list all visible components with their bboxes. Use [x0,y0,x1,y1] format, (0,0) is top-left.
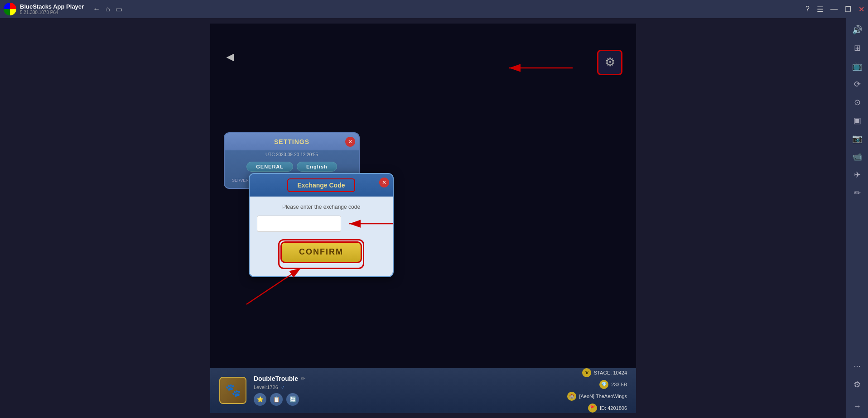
confirm-btn-highlight: CONFIRM [278,239,364,269]
window-controls: ? ☰ — ❐ ✕ [805,5,864,14]
flag-icon: 🚩 [588,404,597,413]
exchange-title-box: Exchange Code [287,178,355,192]
right-sidebar: 🔊 ⊞ 📺 ⟳ ⊙ ▣ 📷 📹 ✈ ✏ ··· ⚙ → [846,18,868,418]
user-star-button[interactable]: ⭐ [254,393,266,406]
game-screen: ◄ ⚙ SETTINGS ✕ UTC 2023-09-20 12:20:55 [210,24,636,413]
app-name: BlueStacks App Player [20,3,84,10]
user-refresh-button[interactable]: 🔄 [286,393,299,406]
settings-tabs: GENERAL English [225,159,359,174]
game-gear-button[interactable]: ⚙ [597,50,622,75]
bluestacks-logo [4,3,16,15]
sidebar-icon-video[interactable]: 📹 [849,149,865,165]
settings-utc: UTC 2023-09-20 12:20:55 [225,150,359,159]
id-label: ID: 4201806 [600,405,627,411]
settings-title-bar: SETTINGS ✕ [225,133,359,150]
sidebar-icon-camera[interactable]: 📷 [849,130,865,147]
pencil-icon: ✏ [301,375,305,382]
help-button[interactable]: ? [805,5,810,13]
exchange-close-button[interactable]: ✕ [379,178,389,187]
exchange-hint: Please enter the exchange code [257,204,386,210]
minimize-button[interactable]: — [830,5,838,13]
exchange-input-row [257,216,386,232]
sidebar-icon-tv[interactable]: 📺 [849,58,865,74]
user-icons-row: ⭐ 📋 🔄 [254,393,560,406]
stage-icon: 🗡 [582,368,591,377]
nav-tabs-button[interactable]: ▭ [116,5,122,14]
sidebar-icon-arrow[interactable]: → [849,398,865,414]
sidebar-icon-flight[interactable]: ✈ [849,167,865,183]
stage-row: 🗡 STAGE: 10424 [582,368,627,377]
sidebar-icon-target[interactable]: ⊙ [849,94,865,111]
gear-annotation-arrow [500,59,591,77]
sidebar-icon-sound[interactable]: 🔊 [849,22,865,38]
sidebar-settings-icon[interactable]: ⚙ [849,376,865,393]
gender-icon: ♂ [281,384,285,390]
user-name-row: DoubleTrouble ✏ [254,375,560,382]
user-list-button[interactable]: 📋 [270,393,283,406]
user-bar: 🐾 DoubleTrouble ✏ Level:1726 ♂ ⭐ 📋 🔄 [210,368,636,413]
sidebar-icon-layers[interactable]: ▣ [849,112,865,129]
app-info: BlueStacks App Player 5.21.300.1070 P64 [20,3,84,15]
sidebar-icon-rotate[interactable]: ⟳ [849,76,865,92]
nav-home-button[interactable]: ⌂ [106,5,110,14]
score-label: 233.5B [611,382,627,387]
sidebar-icon-edit[interactable]: ✏ [849,185,865,201]
exchange-title: Exchange Code [297,182,345,189]
gear-icon: ⚙ [605,55,615,69]
menu-button[interactable]: ☰ [817,5,823,14]
stage-label: STAGE: 10424 [594,370,627,375]
guild-label: [AeoN] TheAeoWings [579,394,627,399]
score-row: 💎 233.5B [599,380,627,389]
back-arrow-icon: ◄ [224,50,236,64]
guild-icon: 🏰 [567,392,576,401]
id-row: 🚩 ID: 4201806 [588,404,627,413]
exchange-body: Please enter the exchange code [250,197,393,276]
nav-buttons: ← ⌂ ▭ [93,5,122,14]
settings-tab-language[interactable]: English [297,162,337,172]
titlebar: BlueStacks App Player 5.21.300.1070 P64 … [0,0,868,18]
nav-back-button[interactable]: ← [93,5,100,14]
sidebar-icon-grid[interactable]: ⊞ [849,40,865,56]
confirm-label: CONFIRM [299,247,343,257]
exchange-code-input[interactable] [257,216,341,232]
confirm-btn-wrapper: CONFIRM [257,239,386,269]
close-button[interactable]: ✕ [858,5,864,14]
settings-title: SETTINGS [274,138,309,145]
exchange-title-bar: Exchange Code ✕ [250,174,393,197]
input-annotation-arrow [345,217,394,231]
exchange-confirm-button[interactable]: CONFIRM [280,241,362,263]
user-stats: 🗡 STAGE: 10424 💎 233.5B 🏰 [AeoN] TheAeoW… [567,368,627,413]
app-version: 5.21.300.1070 P64 [20,10,84,15]
settings-tab-general[interactable]: GENERAL [246,162,293,172]
exchange-code-dialog: Exchange Code ✕ Please enter the exchang… [249,173,394,277]
user-info: DoubleTrouble ✏ Level:1726 ♂ ⭐ 📋 🔄 [254,375,560,406]
game-back-arrow[interactable]: ◄ [224,50,236,64]
guild-row: 🏰 [AeoN] TheAeoWings [567,392,627,401]
main-area: ◄ ⚙ SETTINGS ✕ UTC 2023-09-20 12:20:55 [0,18,846,418]
sidebar-more-icon[interactable]: ··· [854,361,860,371]
user-name: DoubleTrouble [254,375,298,382]
score-icon: 💎 [599,380,608,389]
settings-close-button[interactable]: ✕ [345,137,355,147]
user-avatar: 🐾 [219,377,246,404]
maximize-button[interactable]: ❐ [845,5,851,14]
user-level: Level:1726 [254,384,278,390]
